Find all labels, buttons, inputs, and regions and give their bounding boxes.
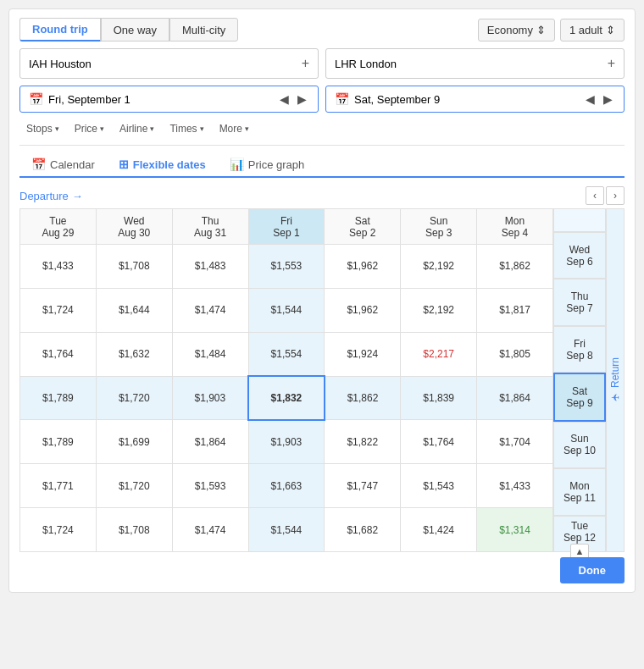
cell-5-4[interactable]: $1,747 <box>325 464 401 508</box>
cell-1-5[interactable]: $2,192 <box>401 288 477 332</box>
return-row-1[interactable]: ThuSep 7 <box>553 279 606 325</box>
cell-1-0[interactable]: $1,724 <box>20 288 97 332</box>
return-next-button[interactable]: ▶ <box>601 92 615 106</box>
cell-6-1[interactable]: $1,708 <box>96 508 172 552</box>
return-scroll-up[interactable]: ▲ <box>570 544 590 559</box>
cell-0-3[interactable]: $1,553 <box>248 245 325 289</box>
table-row: $1,724 $1,708 $1,474 $1,544 $1,682 $1,42… <box>20 508 553 552</box>
departure-nav-arrows: ‹ › <box>586 186 625 205</box>
cell-2-3[interactable]: $1,554 <box>248 332 325 376</box>
table-row: $1,764 $1,632 $1,484 $1,554 $1,924 $2,21… <box>20 332 553 376</box>
right-selects: Economy ⇕ 1 adult ⇕ <box>478 19 625 41</box>
cell-3-5[interactable]: $1,839 <box>401 376 477 420</box>
cell-2-4[interactable]: $1,924 <box>325 332 401 376</box>
cell-0-1[interactable]: $1,708 <box>96 245 172 289</box>
return-prev-button[interactable]: ◀ <box>583 92 597 106</box>
airline-filter[interactable]: Airline ▾ <box>113 119 161 138</box>
times-filter[interactable]: Times ▾ <box>163 119 210 138</box>
cell-6-2[interactable]: $1,474 <box>172 508 248 552</box>
origin-plus-icon[interactable]: + <box>302 56 309 71</box>
origin-input[interactable]: IAH Houston + <box>19 48 319 79</box>
depart-prev-button[interactable]: ◀ <box>277 92 291 106</box>
cell-5-2[interactable]: $1,593 <box>172 464 248 508</box>
cell-3-0[interactable]: $1,789 <box>20 376 97 420</box>
cell-1-4[interactable]: $1,962 <box>325 288 401 332</box>
departure-next-arrow[interactable]: › <box>606 186 625 205</box>
cell-2-6[interactable]: $1,805 <box>477 332 553 376</box>
depart-date-nav: ◀ ▶ <box>277 92 309 106</box>
cell-6-0[interactable]: $1,724 <box>20 508 97 552</box>
cell-0-2[interactable]: $1,483 <box>172 245 248 289</box>
cell-1-3[interactable]: $1,544 <box>248 288 325 332</box>
return-row-3-selected[interactable]: SatSep 9 <box>553 373 606 421</box>
cell-2-5[interactable]: $2,217 <box>401 332 477 376</box>
return-row-4[interactable]: SunSep 10 <box>553 422 606 468</box>
tab-flexible-dates[interactable]: ⊞ Flexible dates <box>107 152 218 178</box>
calendar-icon: 📅 <box>31 158 46 171</box>
price-filter[interactable]: Price ▾ <box>68 119 111 138</box>
cell-3-4[interactable]: $1,862 <box>325 376 401 420</box>
cell-2-0[interactable]: $1,764 <box>20 332 97 376</box>
stops-filter[interactable]: Stops ▾ <box>19 119 66 138</box>
return-row-2[interactable]: FriSep 8 <box>553 326 606 373</box>
col-header-6: MonSep 4 <box>477 209 553 245</box>
multi-city-button[interactable]: Multi-city <box>169 18 238 41</box>
destination-plus-icon[interactable]: + <box>608 56 615 71</box>
cell-4-0[interactable]: $1,789 <box>20 420 97 464</box>
depart-date-input[interactable]: 📅 Fri, September 1 ◀ ▶ <box>19 86 319 113</box>
return-row-5[interactable]: MonSep 11 <box>553 468 606 515</box>
col-header-1: WedAug 30 <box>96 209 172 245</box>
cell-2-1[interactable]: $1,632 <box>96 332 172 376</box>
cell-6-3[interactable]: $1,544 <box>248 508 325 552</box>
tab-price-graph[interactable]: 📊 Price graph <box>218 152 316 178</box>
one-way-button[interactable]: One way <box>101 18 169 41</box>
cell-0-4[interactable]: $1,962 <box>325 245 401 289</box>
cell-4-6[interactable]: $1,704 <box>477 420 553 464</box>
cell-3-2[interactable]: $1,903 <box>172 376 248 420</box>
cell-0-6[interactable]: $1,862 <box>477 245 553 289</box>
calendar-tab-label: Calendar <box>50 158 95 171</box>
cell-0-5[interactable]: $2,192 <box>401 245 477 289</box>
depart-next-button[interactable]: ▶ <box>295 92 309 106</box>
cabin-select[interactable]: Economy ⇕ <box>478 19 555 41</box>
cell-0-0[interactable]: $1,433 <box>20 245 97 289</box>
return-date-input[interactable]: 📅 Sat, September 9 ◀ ▶ <box>325 86 625 113</box>
departure-prev-arrow[interactable]: ‹ <box>586 186 604 205</box>
cell-4-2[interactable]: $1,864 <box>172 420 248 464</box>
cell-5-0[interactable]: $1,771 <box>20 464 97 508</box>
cell-4-5[interactable]: $1,764 <box>401 420 477 464</box>
round-trip-button[interactable]: Round trip <box>19 18 101 41</box>
times-label: Times <box>169 123 197 135</box>
cabin-arrow-icon: ⇕ <box>536 24 546 36</box>
cell-6-4[interactable]: $1,682 <box>325 508 401 552</box>
cell-1-1[interactable]: $1,644 <box>96 288 172 332</box>
cell-3-1[interactable]: $1,720 <box>96 376 172 420</box>
filter-row: Stops ▾ Price ▾ Airline ▾ Times ▾ More ▾ <box>19 119 625 146</box>
cell-6-6[interactable]: $1,314 <box>477 508 553 552</box>
tab-calendar[interactable]: 📅 Calendar <box>19 152 107 178</box>
cell-3-6[interactable]: $1,864 <box>477 376 553 420</box>
cell-2-2[interactable]: $1,484 <box>172 332 248 376</box>
cell-4-4[interactable]: $1,822 <box>325 420 401 464</box>
return-row-0[interactable]: WedSep 6 <box>553 232 606 279</box>
cell-4-3[interactable]: $1,903 <box>248 420 325 464</box>
passengers-select[interactable]: 1 adult ⇕ <box>560 19 625 41</box>
return-row-6[interactable]: TueSep 12 ▲ ▼ <box>553 516 606 552</box>
more-filter[interactable]: More ▾ <box>213 119 256 138</box>
cell-1-2[interactable]: $1,474 <box>172 288 248 332</box>
done-button[interactable]: Done <box>560 557 625 583</box>
price-arrow-icon: ▾ <box>100 124 104 133</box>
trip-type-buttons: Round trip One way Multi-city <box>19 18 238 41</box>
cell-5-1[interactable]: $1,720 <box>96 464 172 508</box>
cell-5-5[interactable]: $1,543 <box>401 464 477 508</box>
cell-6-5[interactable]: $1,424 <box>401 508 477 552</box>
flexible-dates-icon: ⊞ <box>119 158 129 171</box>
price-graph-tab-label: Price graph <box>248 158 304 171</box>
table-row: $1,724 $1,644 $1,474 $1,544 $1,962 $2,19… <box>20 288 553 332</box>
cell-1-6[interactable]: $1,817 <box>477 288 553 332</box>
cell-5-3[interactable]: $1,663 <box>248 464 325 508</box>
destination-input[interactable]: LHR London + <box>325 48 625 79</box>
cell-5-6[interactable]: $1,433 <box>477 464 553 508</box>
cell-4-1[interactable]: $1,699 <box>96 420 172 464</box>
cell-3-3[interactable]: $1,832 <box>248 376 325 420</box>
